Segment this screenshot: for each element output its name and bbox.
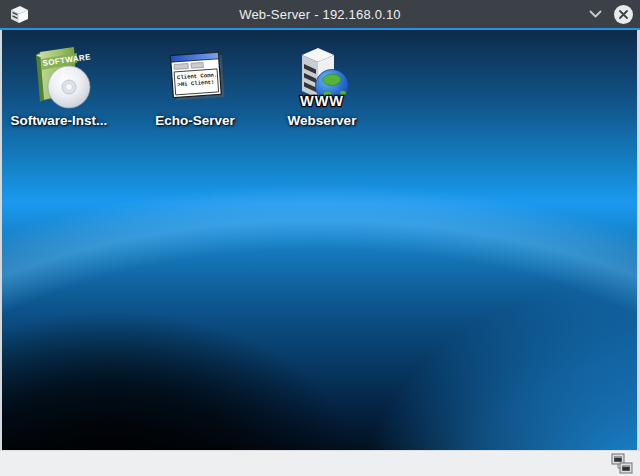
server-box-icon <box>7 2 31 26</box>
desktop-icon-label: Software-Inst... <box>11 113 108 128</box>
globe-www-text: WWW <box>300 93 344 109</box>
desktop-icon-webserver[interactable]: WWW Webserver <box>267 42 377 128</box>
software-package-cd-icon: SOFTWARE <box>22 42 96 112</box>
desktop-icon-label: Echo-Server <box>155 113 235 128</box>
chevron-down-icon[interactable] <box>586 5 604 23</box>
simulated-desktop[interactable]: SOFTWARE Software-Inst... <box>0 30 640 450</box>
window-title: Web-Server - 192.168.0.10 <box>0 0 640 28</box>
close-button[interactable] <box>614 5 633 24</box>
terminal-window-icon: Client Conn. >Hi Client! <box>158 42 232 112</box>
close-x-icon <box>618 9 629 20</box>
server-tower-globe-icon: WWW <box>285 42 359 112</box>
desktop-icon-label: Webserver <box>288 113 357 128</box>
network-windows-icon[interactable] <box>610 453 634 475</box>
desktop-icon-software-installation[interactable]: SOFTWARE Software-Inst... <box>4 42 114 128</box>
desktop-icon-echo-server[interactable]: Client Conn. >Hi Client! Echo-Server <box>140 42 250 128</box>
titlebar-buttons <box>586 5 633 24</box>
application-window: Web-Server - 192.168.0.10 <box>0 0 640 476</box>
titlebar[interactable]: Web-Server - 192.168.0.10 <box>0 0 640 28</box>
statusbar <box>0 450 640 476</box>
